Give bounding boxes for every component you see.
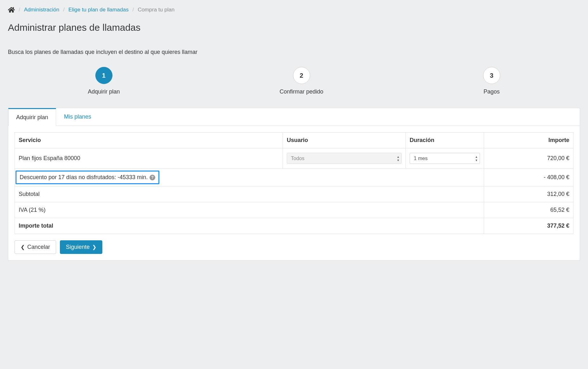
table-row-iva: IVA (21 %) 65,52 € <box>15 202 573 218</box>
cancel-button-label: Cancelar <box>27 244 50 250</box>
plan-card: Adquirir plan Mis planes Servicio Usuari… <box>8 108 580 261</box>
cell-plan-importe: 720,00 € <box>484 148 573 169</box>
breadcrumb-link-admin[interactable]: Administración <box>24 7 60 13</box>
th-importe: Importe <box>484 133 573 148</box>
tabs: Adquirir plan Mis planes <box>8 108 580 126</box>
next-button[interactable]: Siguiente ❯ <box>60 240 102 254</box>
cell-plan-usuario: Todos ▴▾ <box>283 148 406 169</box>
cell-discount-importe: - 408,00 € <box>484 169 573 186</box>
page-title: Administrar planes de llamadas <box>8 22 580 33</box>
cell-discount-label: Descuento por 17 días no disfrutados: -4… <box>15 169 484 186</box>
breadcrumb-link-choose-plan[interactable]: Elige tu plan de llamadas <box>68 7 129 13</box>
wizard-step-1-label: Adquirir plan <box>88 88 120 95</box>
wizard-step-1-number: 1 <box>95 67 112 84</box>
cell-subtotal-label: Subtotal <box>15 186 484 202</box>
th-duracion: Duración <box>406 133 484 148</box>
breadcrumb-current: Compra tu plan <box>138 7 175 13</box>
table-row-total: Importe total 377,52 € <box>15 218 573 234</box>
tab-my-plans[interactable]: Mis planes <box>56 108 99 126</box>
actions-row: ❮ Cancelar Siguiente ❯ <box>15 240 573 254</box>
chevron-right-icon: ❯ <box>92 245 96 250</box>
breadcrumb-separator: / <box>63 7 65 13</box>
cell-iva-label: IVA (21 %) <box>15 202 484 218</box>
page-subtitle: Busca los planes de llamadas que incluye… <box>8 49 580 55</box>
wizard-step-2: 2 Confirmar pedido <box>279 67 323 95</box>
tab-acquire-plan[interactable]: Adquirir plan <box>8 108 56 126</box>
user-select: Todos <box>287 153 402 164</box>
home-icon[interactable] <box>8 6 15 13</box>
wizard-step-3-label: Pagos <box>483 88 500 95</box>
th-servicio: Servicio <box>15 133 283 148</box>
table-row-plan: Plan fijos España 80000 Todos ▴▾ <box>15 148 573 169</box>
plan-table: Servicio Usuario Duración Importe Plan f… <box>15 132 573 234</box>
discount-text: Descuento por 17 días no disfrutados: -4… <box>20 174 148 181</box>
tab-content: Servicio Usuario Duración Importe Plan f… <box>8 126 580 260</box>
wizard-step-2-label: Confirmar pedido <box>279 88 323 95</box>
cell-total-label: Importe total <box>15 218 484 234</box>
table-header-row: Servicio Usuario Duración Importe <box>15 133 573 148</box>
breadcrumb-separator: / <box>19 7 20 13</box>
table-row-discount: Descuento por 17 días no disfrutados: -4… <box>15 169 573 186</box>
cancel-button[interactable]: ❮ Cancelar <box>15 240 56 254</box>
cell-total-importe: 377,52 € <box>484 218 573 234</box>
chevron-left-icon: ❮ <box>21 245 25 250</box>
cell-plan-duracion: 1 mes ▴▾ <box>406 148 484 169</box>
wizard-step-3: 3 Pagos <box>483 67 500 95</box>
wizard: 1 Adquirir plan 2 Confirmar pedido 3 Pag… <box>8 67 580 95</box>
breadcrumb-separator: / <box>132 7 134 13</box>
wizard-step-3-number: 3 <box>483 67 500 84</box>
wizard-step-2-number: 2 <box>293 67 310 84</box>
breadcrumb: / Administración / Elige tu plan de llam… <box>8 6 580 13</box>
next-button-label: Siguiente <box>66 244 90 250</box>
table-row-subtotal: Subtotal 312,00 € <box>15 186 573 202</box>
cell-plan-servicio: Plan fijos España 80000 <box>15 148 283 169</box>
wizard-step-1: 1 Adquirir plan <box>88 67 120 95</box>
cell-subtotal-importe: 312,00 € <box>484 186 573 202</box>
discount-highlight: Descuento por 17 días no disfrutados: -4… <box>16 171 159 184</box>
th-usuario: Usuario <box>283 133 406 148</box>
duration-select[interactable]: 1 mes <box>410 153 480 164</box>
cell-iva-importe: 65,52 € <box>484 202 573 218</box>
help-icon[interactable]: ? <box>150 175 155 180</box>
